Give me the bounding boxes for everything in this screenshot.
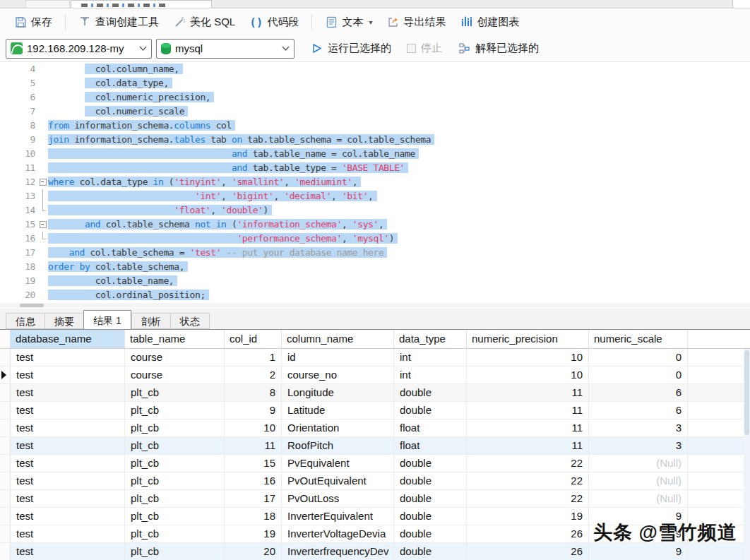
cell-numeric_precision[interactable]: 19 <box>467 508 589 525</box>
cell-numeric_precision[interactable]: 11 <box>467 419 589 436</box>
cell-numeric_scale[interactable]: 9 <box>589 543 688 560</box>
cell-numeric_precision[interactable]: 11 <box>467 437 589 454</box>
cell-table_name[interactable]: plt_cb <box>125 419 225 436</box>
cell-col_id[interactable]: 17 <box>225 490 282 507</box>
cell-column_name[interactable]: Longitude <box>282 384 394 401</box>
window-tab-inactive[interactable] <box>25 0 70 8</box>
cell-col_id[interactable]: 18 <box>225 508 282 525</box>
column-header-numeric_scale[interactable]: numeric_scale <box>589 330 688 348</box>
table-row[interactable]: testplt_cb9Latitudedouble116 <box>0 402 750 419</box>
cell-column_name[interactable]: Orientation <box>282 419 394 436</box>
cell-database_name[interactable]: test <box>11 543 125 560</box>
query-builder-button[interactable]: 查询创建工具 <box>73 12 165 32</box>
scrollbar-thumb[interactable] <box>744 350 749 435</box>
cell-data_type[interactable]: double <box>394 384 467 401</box>
table-row[interactable]: testplt_cb15PvEquivalentdouble22(Null) <box>0 455 750 472</box>
cell-data_type[interactable]: double <box>394 508 467 525</box>
scrollbar-thumb[interactable] <box>20 304 44 307</box>
row-selector[interactable] <box>0 455 11 472</box>
code-line[interactable]: 7 col.numeric_scale <box>0 105 750 119</box>
table-row[interactable]: testplt_cb11RoofPitchfloat113 <box>0 437 750 455</box>
cell-numeric_precision[interactable]: 22 <box>467 455 589 472</box>
cell-col_id[interactable]: 8 <box>225 384 282 401</box>
cell-column_name[interactable]: PvEquivalent <box>282 455 394 472</box>
result-tab-2[interactable]: 摘要 <box>44 313 83 329</box>
code-line[interactable]: 20 col.ordinal_position; <box>0 288 750 302</box>
cell-col_id[interactable]: 20 <box>225 543 282 560</box>
row-selector[interactable] <box>0 419 11 436</box>
row-selector[interactable] <box>0 402 11 419</box>
column-header-numeric_precision[interactable]: numeric_precision <box>467 330 589 348</box>
text-view-button[interactable]: 文本 ▾ <box>319 12 378 32</box>
cell-column_name[interactable]: RoofPitch <box>282 437 394 454</box>
cell-database_name[interactable]: test <box>11 349 125 366</box>
table-row[interactable]: testplt_cb17PvOutLossdouble22(Null) <box>0 490 750 508</box>
table-row[interactable]: testcourse2course_noint100 <box>0 367 750 384</box>
cell-column_name[interactable]: PvOutLoss <box>282 490 394 507</box>
editor-horizontal-scrollbar[interactable] <box>0 303 750 308</box>
cell-numeric_scale[interactable]: (Null) <box>589 490 688 507</box>
result-tab-3[interactable]: 结果 1 <box>83 310 131 330</box>
cell-table_name[interactable]: plt_cb <box>125 525 225 542</box>
cell-col_id[interactable]: 1 <box>225 349 282 366</box>
cell-numeric_precision[interactable]: 11 <box>467 384 589 401</box>
run-selected-button[interactable]: 运行已选择的 <box>304 39 397 58</box>
cell-data_type[interactable]: float <box>394 419 467 436</box>
fold-marker-icon[interactable] <box>38 175 48 189</box>
table-row[interactable]: testcourse1idint100 <box>0 349 750 367</box>
explain-selected-button[interactable]: 解释已选择的 <box>452 39 544 58</box>
cell-table_name[interactable]: plt_cb <box>125 490 225 507</box>
connection-select[interactable]: 192.168.209.128-my <box>6 39 152 59</box>
cell-numeric_scale[interactable]: 0 <box>589 367 688 383</box>
cell-database_name[interactable]: test <box>11 419 125 436</box>
cell-column_name[interactable]: InverterEquivalent <box>282 508 394 525</box>
row-selector[interactable] <box>0 525 11 542</box>
cell-database_name[interactable]: test <box>11 437 125 454</box>
cell-data_type[interactable]: int <box>394 367 467 383</box>
row-selector[interactable] <box>0 437 11 454</box>
cell-column_name[interactable]: PvOutEquivalent <box>282 472 394 489</box>
cell-data_type[interactable]: int <box>394 349 467 366</box>
cell-numeric_precision[interactable]: 26 <box>467 525 589 542</box>
cell-column_name[interactable]: id <box>282 349 394 366</box>
cell-numeric_precision[interactable]: 22 <box>467 490 589 507</box>
result-tab-5[interactable]: 状态 <box>170 313 210 329</box>
sql-editor[interactable]: 4 col.column_name,5 col.data_type,6 col.… <box>0 62 750 309</box>
dropdown-caret-icon[interactable]: ▾ <box>369 18 372 26</box>
code-line[interactable]: 13 'int', 'bigint', 'decimal', 'bit', <box>0 189 750 203</box>
cell-col_id[interactable]: 9 <box>225 402 282 419</box>
cell-column_name[interactable]: InverterfrequencyDev <box>282 543 394 560</box>
cell-data_type[interactable]: float <box>394 437 467 454</box>
cell-col_id[interactable]: 15 <box>225 455 282 472</box>
cell-numeric_precision[interactable]: 22 <box>467 472 589 489</box>
cell-database_name[interactable]: test <box>11 367 125 383</box>
row-selector[interactable] <box>0 472 11 489</box>
cell-numeric_precision[interactable]: 11 <box>467 402 589 419</box>
cell-table_name[interactable]: course <box>125 349 225 366</box>
code-line[interactable]: 9join information_schema.tables tab on t… <box>0 133 750 147</box>
cell-column_name[interactable]: Latitude <box>282 402 394 419</box>
cell-database_name[interactable]: test <box>11 455 125 472</box>
cell-data_type[interactable]: double <box>394 472 467 489</box>
cell-table_name[interactable]: plt_cb <box>125 402 225 419</box>
cell-database_name[interactable]: test <box>11 490 125 507</box>
row-selector[interactable] <box>0 490 11 507</box>
result-tab-4[interactable]: 剖析 <box>131 313 170 329</box>
code-line[interactable]: 12where col.data_type in ('tinyint', 'sm… <box>0 175 750 189</box>
cell-table_name[interactable]: course <box>125 367 225 383</box>
cell-table_name[interactable]: plt_cb <box>125 384 225 401</box>
cell-table_name[interactable]: plt_cb <box>125 543 225 560</box>
code-line[interactable]: 19 col.table_name, <box>0 274 750 288</box>
cell-table_name[interactable]: plt_cb <box>125 437 225 454</box>
cell-numeric_precision[interactable]: 26 <box>467 543 589 560</box>
beautify-sql-button[interactable]: 美化 SQL <box>167 12 241 32</box>
cell-numeric_precision[interactable]: 10 <box>467 367 589 383</box>
cell-numeric_scale[interactable]: 0 <box>589 349 688 366</box>
table-row[interactable]: testplt_cb8Longitudedouble116 <box>0 384 750 402</box>
grid-vertical-scrollbar[interactable] <box>744 349 750 560</box>
code-line[interactable]: 4 col.column_name, <box>0 62 750 76</box>
column-header-column_name[interactable]: column_name <box>282 330 394 348</box>
cell-numeric_scale[interactable]: 3 <box>589 437 688 454</box>
create-chart-button[interactable]: 创建图表 <box>454 12 525 32</box>
cell-database_name[interactable]: test <box>11 508 125 525</box>
